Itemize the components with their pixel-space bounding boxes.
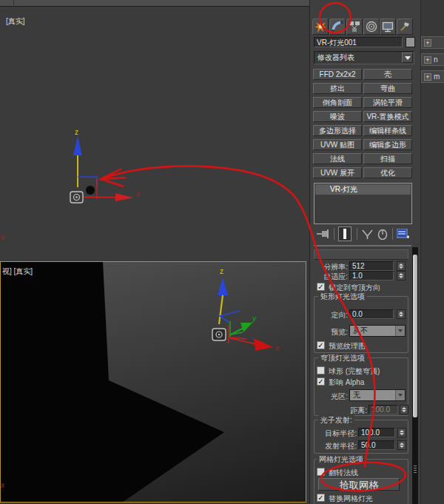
axis-z-stem[interactable] <box>219 295 223 324</box>
tab-hierarchy[interactable] <box>346 19 363 35</box>
light-zone-dropdown[interactable]: 无 <box>349 389 406 401</box>
display-icon <box>382 21 394 33</box>
spherical-label: 球形 (完整穹顶) <box>329 366 380 377</box>
axis-z-label: z <box>75 128 78 136</box>
spherical-checkbox[interactable] <box>317 366 325 374</box>
preview-texture-checkbox[interactable]: ✓ <box>317 341 325 349</box>
axis-gizmo-bottom[interactable]: z y x <box>208 263 297 356</box>
modifier-list-label: 修改器列表 <box>317 53 354 61</box>
viewport-top[interactable]: [真实] x z x <box>0 7 309 261</box>
plus-icon[interactable]: + <box>424 39 431 47</box>
modifier-button[interactable]: UVW 展开 <box>313 167 362 178</box>
params-scrollbar[interactable] <box>412 247 418 504</box>
axis-x-label-cut: x <box>1 233 4 241</box>
motion-icon <box>366 21 377 33</box>
remove-modifier-icon[interactable] <box>377 229 388 240</box>
strip-label: m <box>434 73 440 81</box>
distance-spinner[interactable] <box>400 405 408 414</box>
direction-field[interactable]: 0.0 <box>349 309 394 319</box>
axis-y-label: y <box>252 315 257 323</box>
panel-divider[interactable] <box>314 245 411 246</box>
target-radius-label: 目标半径: <box>314 429 357 439</box>
adaptive-spinner[interactable] <box>397 271 406 280</box>
modify-icon <box>331 20 344 33</box>
modifier-button[interactable]: 法线 <box>313 153 362 164</box>
modifier-button[interactable]: 编辑多边形 <box>363 139 412 150</box>
emit-radius-spinner[interactable] <box>397 440 406 450</box>
modifier-button[interactable]: UVW 贴图 <box>313 139 362 150</box>
plane-handle[interactable] <box>220 311 240 323</box>
pin-stack-icon[interactable] <box>317 229 330 238</box>
plus-icon[interactable]: + <box>424 73 431 81</box>
modifier-button[interactable]: 优化 <box>363 167 412 178</box>
modifier-button[interactable]: FFD 2x2x2 <box>313 69 362 80</box>
preview-value: 从不 <box>353 326 368 335</box>
modifier-list-dropdown[interactable]: 修改器列表 <box>314 51 414 64</box>
plus-icon[interactable]: + <box>424 56 431 64</box>
scrollbar-thumb[interactable] <box>413 255 417 417</box>
direction-label: 定向: <box>314 310 348 320</box>
stack-item-vr-light[interactable]: VR-灯光 <box>315 184 411 195</box>
chevron-down-icon[interactable] <box>395 326 405 336</box>
strip-label: n <box>434 56 438 64</box>
resolution-field[interactable]: 512 <box>349 261 394 271</box>
pick-mesh-button[interactable]: 拾取网格 <box>318 478 400 491</box>
tab-create[interactable] <box>312 19 329 35</box>
modifier-button[interactable]: 编辑样条线 <box>363 125 412 136</box>
tab-display[interactable] <box>380 19 396 35</box>
tab-motion[interactable] <box>363 19 380 35</box>
chevron-down-icon[interactable] <box>402 53 413 63</box>
modifier-button[interactable]: 壳 <box>363 69 412 80</box>
plane-handle-zx[interactable] <box>78 177 97 186</box>
direction-spinner[interactable] <box>397 309 406 319</box>
light-zone-label: 光区: <box>314 392 348 402</box>
show-end-result-button[interactable] <box>338 226 352 241</box>
tab-utilities[interactable] <box>397 19 413 35</box>
emit-radius-field[interactable]: 50.0 <box>358 440 395 450</box>
modifier-button[interactable]: 弯曲 <box>363 83 412 94</box>
affect-alpha-checkbox[interactable]: ✓ <box>317 377 325 386</box>
axis-y-arrow[interactable] <box>240 323 252 332</box>
preview-dropdown[interactable]: 从不 <box>349 325 406 337</box>
distance-field[interactable]: 100.0 <box>369 405 398 414</box>
modifier-button[interactable]: 噪波 <box>313 111 362 122</box>
affect-alpha-label: 影响 Alpha <box>329 377 364 388</box>
side-rollout-strip[interactable]: + m <box>421 70 444 83</box>
light-object-icon[interactable] <box>212 329 226 340</box>
modifier-button[interactable]: 倒角剖面 <box>313 97 362 108</box>
modifier-button[interactable]: 多边形选择 <box>313 125 362 136</box>
axis-z-arrow[interactable] <box>218 278 228 295</box>
resolution-spinner[interactable] <box>397 261 406 271</box>
configure-modifier-sets-icon[interactable] <box>397 229 409 240</box>
axis-x-arrow[interactable] <box>115 193 133 201</box>
viewport-bottom-active[interactable]: 视] [真实] x z y x <box>0 261 306 503</box>
axis-gizmo-top[interactable]: z x <box>67 118 148 207</box>
flip-normals-label: 翻转法线 <box>329 468 358 478</box>
modifier-stack-list[interactable]: VR-灯光 <box>314 183 412 224</box>
axis-x-arrow[interactable] <box>254 338 273 351</box>
light-point-dot[interactable] <box>86 186 95 195</box>
make-unique-icon[interactable] <box>362 229 373 239</box>
side-rollout-strip[interactable]: + n <box>421 53 444 66</box>
axis-z-arrow[interactable] <box>73 136 82 155</box>
lock-dome-checkbox[interactable]: ✓ <box>317 283 325 291</box>
target-radius-field[interactable]: 100.0 <box>358 428 395 437</box>
rollout-header-partial[interactable] <box>314 249 408 260</box>
modifier-button[interactable]: 扫描 <box>363 153 412 164</box>
replace-mesh-checkbox[interactable]: ✓ <box>317 494 325 502</box>
modifier-button[interactable]: 挤出 <box>313 83 362 94</box>
adaptive-field[interactable]: 1.0 <box>349 271 394 280</box>
object-name-field[interactable]: VR-灯光001 <box>314 37 403 47</box>
flip-normals-checkbox[interactable] <box>317 468 325 476</box>
chevron-down-icon[interactable] <box>395 390 405 400</box>
adaptive-label: 自适应: <box>312 272 348 282</box>
resolution-label: 分辨率: <box>312 262 348 272</box>
rect-group-title: 矩形灯光选项 <box>318 292 367 302</box>
modifier-button[interactable]: VR-置换模式 <box>363 111 412 122</box>
light-object-icon[interactable] <box>70 192 83 203</box>
object-color-swatch[interactable] <box>406 37 415 47</box>
tab-modify[interactable] <box>329 19 346 35</box>
target-radius-spinner[interactable] <box>397 428 406 437</box>
modifier-button[interactable]: 涡轮平滑 <box>363 97 412 108</box>
side-rollout-strip[interactable]: + <box>421 36 444 49</box>
